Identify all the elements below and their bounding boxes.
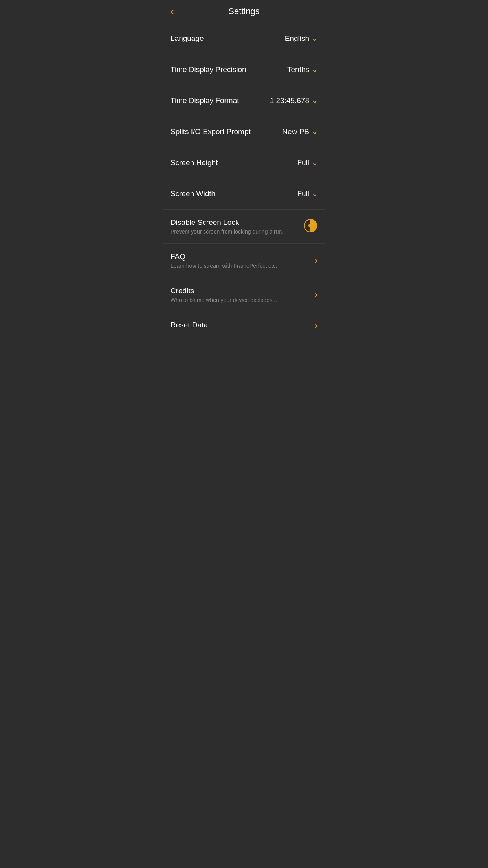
- disable-screen-lock-sublabel: Prevent your screen from locking during …: [171, 228, 303, 235]
- reset-data-label: Reset Data: [171, 321, 315, 329]
- settings-screen: ‹ Settings Language English ⌄ Time Displ…: [163, 0, 325, 340]
- faq-label: FAQ: [171, 252, 315, 261]
- time-precision-label: Time Display Precision: [171, 65, 246, 74]
- splits-export-control: New PB ⌄: [282, 127, 317, 136]
- settings-item-reset-data[interactable]: Reset Data ›: [163, 312, 325, 340]
- chevron-down-icon: ⌄: [312, 158, 317, 167]
- chevron-down-icon: ⌄: [312, 189, 317, 198]
- back-button[interactable]: ‹: [171, 6, 174, 17]
- page-title: Settings: [228, 6, 260, 17]
- settings-item-disable-screen-lock[interactable]: Disable Screen Lock Prevent your screen …: [163, 210, 325, 244]
- settings-item-credits[interactable]: Credits Who to blame when your device ex…: [163, 278, 325, 312]
- chevron-down-icon: ⌄: [312, 65, 317, 74]
- splits-export-label: Splits I/O Export Prompt: [171, 127, 251, 136]
- time-format-control: 1:23:45.678 ⌄: [270, 96, 317, 105]
- chevron-right-icon: ›: [315, 256, 317, 266]
- settings-item-language[interactable]: Language English ⌄: [163, 23, 325, 54]
- settings-item-screen-width[interactable]: Screen Width Full ⌄: [163, 178, 325, 210]
- disable-screen-lock-label: Disable Screen Lock: [171, 218, 303, 227]
- time-precision-control: Tenths ⌄: [287, 65, 317, 74]
- svg-point-1: [308, 224, 312, 228]
- language-control: English ⌄: [285, 34, 317, 43]
- chevron-down-icon: ⌄: [312, 34, 317, 43]
- settings-item-screen-height[interactable]: Screen Height Full ⌄: [163, 147, 325, 178]
- reset-data-content: Reset Data: [171, 321, 315, 331]
- credits-label: Credits: [171, 287, 315, 295]
- screen-height-control: Full ⌄: [297, 158, 317, 167]
- screen-height-value: Full: [297, 158, 309, 167]
- settings-item-faq[interactable]: FAQ Learn how to stream with FramePerfec…: [163, 244, 325, 278]
- faq-sublabel: Learn how to stream with FramePerfect et…: [171, 263, 315, 269]
- header: ‹ Settings: [163, 0, 325, 23]
- faq-content: FAQ Learn how to stream with FramePerfec…: [171, 252, 315, 269]
- disable-screen-lock-content: Disable Screen Lock Prevent your screen …: [171, 218, 303, 235]
- chevron-down-icon: ⌄: [312, 96, 317, 105]
- time-format-label: Time Display Format: [171, 96, 239, 105]
- settings-item-time-precision[interactable]: Time Display Precision Tenths ⌄: [163, 54, 325, 85]
- splits-export-value: New PB: [282, 127, 309, 136]
- credits-sublabel: Who to blame when your device explodes..…: [171, 297, 315, 303]
- chevron-right-icon: ›: [315, 321, 317, 331]
- credits-content: Credits Who to blame when your device ex…: [171, 287, 315, 303]
- disable-screen-lock-toggle[interactable]: [303, 219, 317, 234]
- screen-height-label: Screen Height: [171, 158, 218, 167]
- language-value: English: [285, 34, 309, 43]
- settings-item-time-format[interactable]: Time Display Format 1:23:45.678 ⌄: [163, 85, 325, 116]
- toggle-icon: [303, 219, 317, 233]
- settings-list: Language English ⌄ Time Display Precisio…: [163, 23, 325, 340]
- time-precision-value: Tenths: [287, 65, 309, 74]
- settings-item-splits-export[interactable]: Splits I/O Export Prompt New PB ⌄: [163, 116, 325, 147]
- screen-width-value: Full: [297, 189, 309, 198]
- chevron-right-icon: ›: [315, 290, 317, 300]
- time-format-value: 1:23:45.678: [270, 96, 309, 105]
- screen-width-control: Full ⌄: [297, 189, 317, 198]
- screen-width-label: Screen Width: [171, 189, 215, 198]
- language-label: Language: [171, 34, 204, 43]
- chevron-down-icon: ⌄: [312, 127, 317, 136]
